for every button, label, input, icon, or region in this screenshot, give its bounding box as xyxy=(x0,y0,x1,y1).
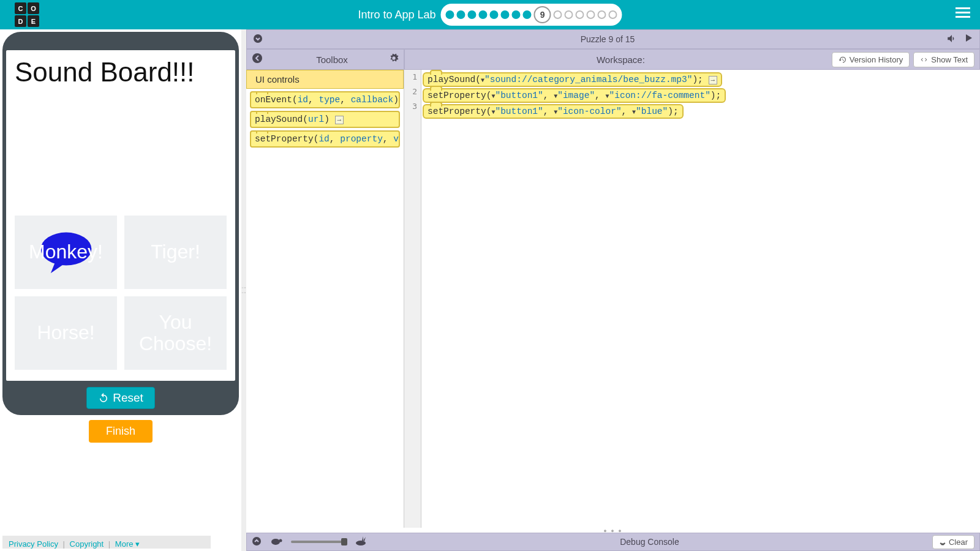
finish-button[interactable]: Finish xyxy=(89,420,153,443)
sound-button-choose[interactable]: You Choose! xyxy=(124,296,227,370)
step-bubble[interactable] xyxy=(587,10,595,19)
rabbit-speed-icon xyxy=(355,536,367,548)
step-bubble[interactable] xyxy=(565,10,573,19)
reset-label: Reset xyxy=(113,391,143,405)
finish-label: Finish xyxy=(106,425,135,437)
puzzle-title: Puzzle 9 of 15 xyxy=(581,34,635,44)
gear-icon[interactable] xyxy=(389,53,399,66)
step-bubble[interactable] xyxy=(501,10,510,19)
sound-button-horse[interactable]: Horse! xyxy=(15,296,117,370)
collapse-instructions-icon[interactable] xyxy=(253,34,263,45)
speed-slider[interactable] xyxy=(291,541,346,543)
turtle-speed-icon xyxy=(270,537,282,547)
step-bubble[interactable] xyxy=(598,10,606,19)
toolbox-back-icon[interactable] xyxy=(252,53,263,66)
svg-point-3 xyxy=(252,537,261,545)
sound-button-monkey[interactable]: Monkey! xyxy=(15,216,117,289)
step-bubble[interactable] xyxy=(609,10,617,19)
sound-button-tiger[interactable]: Tiger! xyxy=(124,216,227,289)
code-block[interactable]: setProperty(▼"button1", ▼"icon-color", ▼… xyxy=(423,104,684,119)
workspace-label: Workspace: xyxy=(597,54,645,65)
toolbox-block[interactable]: playSound(url) → xyxy=(250,111,400,128)
step-bubble-current[interactable]: 9 xyxy=(534,6,551,23)
sound-button-label: You Choose! xyxy=(127,312,224,354)
toolbox-header: Toolbox xyxy=(246,49,404,70)
svg-point-5 xyxy=(279,539,282,542)
lesson-title: Intro to App Lab xyxy=(358,9,435,21)
step-bubble[interactable] xyxy=(523,10,532,19)
show-text-label: Show Text xyxy=(931,55,968,64)
toolbox-block[interactable]: onEvent(id, type, callback) xyxy=(250,91,400,108)
toolbox-category[interactable]: UI controls xyxy=(246,70,404,89)
workspace-header: Workspace: Version History Show Text xyxy=(404,49,980,70)
app-screen: Sound Board!!! Monkey! Tiger! Horse! You… xyxy=(6,50,235,381)
footer-links: Privacy Policy | Copyright | More ▾ xyxy=(2,536,211,549)
sound-button-label: Monkey! xyxy=(29,241,103,263)
code-block[interactable]: playSound(▼"sound://category_animals/bee… xyxy=(423,72,722,87)
show-text-button[interactable]: Show Text xyxy=(913,52,974,67)
line-gutter: 1 2 3 xyxy=(404,70,421,528)
step-bubble[interactable] xyxy=(468,10,477,19)
svg-point-4 xyxy=(271,539,280,545)
more-link[interactable]: More ▾ xyxy=(115,539,140,549)
expand-debug-icon[interactable] xyxy=(252,536,262,548)
reset-button[interactable]: Reset xyxy=(86,387,155,409)
top-header: CO DE Intro to App Lab 9 xyxy=(0,0,980,29)
column-resize-handle[interactable]: ⋮⋮ xyxy=(241,29,246,551)
clear-button[interactable]: Clear xyxy=(932,535,974,549)
toolbox-block[interactable]: setProperty(id, property, va xyxy=(250,130,400,148)
step-bubble[interactable] xyxy=(512,10,521,19)
codeorg-logo[interactable]: CO DE xyxy=(15,2,39,27)
version-history-button[interactable]: Version History xyxy=(832,52,910,67)
code-block[interactable]: setProperty(▼"button1", ▼"image", ▼"icon… xyxy=(423,88,726,103)
workspace-body[interactable]: 1 2 3 playSound(▼"sound://category_anima… xyxy=(404,70,980,528)
reset-icon xyxy=(98,392,109,403)
toolbox-label: Toolbox xyxy=(275,54,389,65)
toolbox-body: UI controls onEvent(id, type, callback) … xyxy=(246,70,404,528)
instructions-bar: Puzzle 9 of 15 xyxy=(246,29,980,49)
version-history-label: Version History xyxy=(850,55,903,64)
hamburger-menu-icon[interactable] xyxy=(956,7,970,18)
sound-button-label: Horse! xyxy=(37,322,94,343)
debug-console-bar: Debug Console Clear xyxy=(246,533,980,551)
svg-point-2 xyxy=(252,53,262,63)
step-bubble[interactable] xyxy=(479,10,488,19)
panel-resize-grip[interactable]: ● ● ● xyxy=(246,528,980,533)
clear-label: Clear xyxy=(949,538,968,547)
privacy-link[interactable]: Privacy Policy xyxy=(9,539,58,549)
eraser-icon xyxy=(939,538,946,545)
copyright-link[interactable]: Copyright xyxy=(70,539,104,549)
svg-point-1 xyxy=(254,34,262,43)
step-bubble[interactable] xyxy=(490,10,499,19)
play-icon[interactable] xyxy=(963,33,973,46)
debug-console-label: Debug Console xyxy=(620,537,679,547)
step-bubble[interactable] xyxy=(446,10,454,19)
step-bubble[interactable] xyxy=(554,10,562,19)
app-title: Sound Board!!! xyxy=(15,59,227,86)
history-icon xyxy=(839,56,846,64)
step-bubble[interactable] xyxy=(576,10,584,19)
svg-point-6 xyxy=(356,541,366,545)
phone-frame: Sound Board!!! Monkey! Tiger! Horse! You… xyxy=(2,32,239,415)
progress-bubbles: 9 xyxy=(441,4,622,26)
sound-button-label: Tiger! xyxy=(151,241,200,263)
code-icon xyxy=(920,56,928,64)
sound-icon[interactable] xyxy=(946,33,957,46)
step-bubble[interactable] xyxy=(457,10,466,19)
